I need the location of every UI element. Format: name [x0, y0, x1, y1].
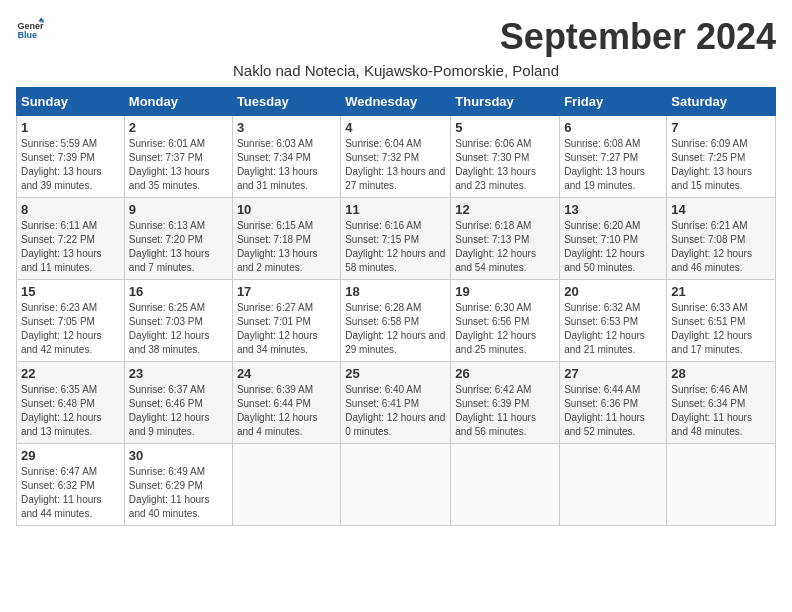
- day-info: Sunrise: 6:30 AM Sunset: 6:56 PM Dayligh…: [455, 301, 555, 357]
- day-info: Sunrise: 6:49 AM Sunset: 6:29 PM Dayligh…: [129, 465, 228, 521]
- day-info: Sunrise: 6:32 AM Sunset: 6:53 PM Dayligh…: [564, 301, 662, 357]
- day-number: 30: [129, 448, 228, 463]
- day-number: 12: [455, 202, 555, 217]
- day-info: Sunrise: 6:09 AM Sunset: 7:25 PM Dayligh…: [671, 137, 771, 193]
- day-info: Sunrise: 6:33 AM Sunset: 6:51 PM Dayligh…: [671, 301, 771, 357]
- day-header-saturday: Saturday: [667, 88, 776, 116]
- day-info: Sunrise: 6:01 AM Sunset: 7:37 PM Dayligh…: [129, 137, 228, 193]
- calendar-cell: 21Sunrise: 6:33 AM Sunset: 6:51 PM Dayli…: [667, 280, 776, 362]
- calendar-cell: 10Sunrise: 6:15 AM Sunset: 7:18 PM Dayli…: [232, 198, 340, 280]
- calendar-cell: 26Sunrise: 6:42 AM Sunset: 6:39 PM Dayli…: [451, 362, 560, 444]
- day-info: Sunrise: 6:11 AM Sunset: 7:22 PM Dayligh…: [21, 219, 120, 275]
- day-number: 21: [671, 284, 771, 299]
- day-info: Sunrise: 6:18 AM Sunset: 7:13 PM Dayligh…: [455, 219, 555, 275]
- day-info: Sunrise: 6:35 AM Sunset: 6:48 PM Dayligh…: [21, 383, 120, 439]
- svg-text:General: General: [17, 21, 44, 31]
- calendar-cell: 13Sunrise: 6:20 AM Sunset: 7:10 PM Dayli…: [560, 198, 667, 280]
- day-number: 27: [564, 366, 662, 381]
- calendar-cell: 25Sunrise: 6:40 AM Sunset: 6:41 PM Dayli…: [341, 362, 451, 444]
- logo: General Blue: [16, 16, 46, 44]
- day-info: Sunrise: 6:46 AM Sunset: 6:34 PM Dayligh…: [671, 383, 771, 439]
- day-info: Sunrise: 6:13 AM Sunset: 7:20 PM Dayligh…: [129, 219, 228, 275]
- calendar-cell: 18Sunrise: 6:28 AM Sunset: 6:58 PM Dayli…: [341, 280, 451, 362]
- day-info: Sunrise: 6:23 AM Sunset: 7:05 PM Dayligh…: [21, 301, 120, 357]
- day-info: Sunrise: 6:39 AM Sunset: 6:44 PM Dayligh…: [237, 383, 336, 439]
- calendar-cell: [560, 444, 667, 526]
- calendar-cell: 22Sunrise: 6:35 AM Sunset: 6:48 PM Dayli…: [17, 362, 125, 444]
- day-number: 26: [455, 366, 555, 381]
- day-number: 23: [129, 366, 228, 381]
- week-row-3: 15Sunrise: 6:23 AM Sunset: 7:05 PM Dayli…: [17, 280, 776, 362]
- calendar-cell: [667, 444, 776, 526]
- calendar-cell: 7Sunrise: 6:09 AM Sunset: 7:25 PM Daylig…: [667, 116, 776, 198]
- calendar-cell: 3Sunrise: 6:03 AM Sunset: 7:34 PM Daylig…: [232, 116, 340, 198]
- day-number: 20: [564, 284, 662, 299]
- calendar-cell: 6Sunrise: 6:08 AM Sunset: 7:27 PM Daylig…: [560, 116, 667, 198]
- calendar-cell: 4Sunrise: 6:04 AM Sunset: 7:32 PM Daylig…: [341, 116, 451, 198]
- month-title: September 2024: [500, 16, 776, 58]
- day-header-wednesday: Wednesday: [341, 88, 451, 116]
- day-header-tuesday: Tuesday: [232, 88, 340, 116]
- calendar-cell: 15Sunrise: 6:23 AM Sunset: 7:05 PM Dayli…: [17, 280, 125, 362]
- calendar-cell: 17Sunrise: 6:27 AM Sunset: 7:01 PM Dayli…: [232, 280, 340, 362]
- day-info: Sunrise: 6:47 AM Sunset: 6:32 PM Dayligh…: [21, 465, 120, 521]
- calendar-cell: 29Sunrise: 6:47 AM Sunset: 6:32 PM Dayli…: [17, 444, 125, 526]
- day-info: Sunrise: 6:16 AM Sunset: 7:15 PM Dayligh…: [345, 219, 446, 275]
- day-number: 9: [129, 202, 228, 217]
- day-header-monday: Monday: [124, 88, 232, 116]
- day-number: 29: [21, 448, 120, 463]
- week-row-2: 8Sunrise: 6:11 AM Sunset: 7:22 PM Daylig…: [17, 198, 776, 280]
- calendar-cell: 28Sunrise: 6:46 AM Sunset: 6:34 PM Dayli…: [667, 362, 776, 444]
- day-number: 22: [21, 366, 120, 381]
- day-number: 17: [237, 284, 336, 299]
- day-number: 14: [671, 202, 771, 217]
- calendar-cell: 12Sunrise: 6:18 AM Sunset: 7:13 PM Dayli…: [451, 198, 560, 280]
- days-header-row: SundayMondayTuesdayWednesdayThursdayFrid…: [17, 88, 776, 116]
- day-number: 28: [671, 366, 771, 381]
- day-number: 5: [455, 120, 555, 135]
- day-info: Sunrise: 6:42 AM Sunset: 6:39 PM Dayligh…: [455, 383, 555, 439]
- week-row-4: 22Sunrise: 6:35 AM Sunset: 6:48 PM Dayli…: [17, 362, 776, 444]
- day-info: Sunrise: 6:03 AM Sunset: 7:34 PM Dayligh…: [237, 137, 336, 193]
- calendar-cell: 30Sunrise: 6:49 AM Sunset: 6:29 PM Dayli…: [124, 444, 232, 526]
- day-info: Sunrise: 6:08 AM Sunset: 7:27 PM Dayligh…: [564, 137, 662, 193]
- week-row-1: 1Sunrise: 5:59 AM Sunset: 7:39 PM Daylig…: [17, 116, 776, 198]
- calendar-cell: 16Sunrise: 6:25 AM Sunset: 7:03 PM Dayli…: [124, 280, 232, 362]
- calendar-cell: 11Sunrise: 6:16 AM Sunset: 7:15 PM Dayli…: [341, 198, 451, 280]
- day-number: 25: [345, 366, 446, 381]
- calendar-cell: 20Sunrise: 6:32 AM Sunset: 6:53 PM Dayli…: [560, 280, 667, 362]
- day-number: 16: [129, 284, 228, 299]
- calendar-cell: 2Sunrise: 6:01 AM Sunset: 7:37 PM Daylig…: [124, 116, 232, 198]
- day-info: Sunrise: 6:25 AM Sunset: 7:03 PM Dayligh…: [129, 301, 228, 357]
- day-number: 7: [671, 120, 771, 135]
- calendar-cell: 9Sunrise: 6:13 AM Sunset: 7:20 PM Daylig…: [124, 198, 232, 280]
- day-info: Sunrise: 5:59 AM Sunset: 7:39 PM Dayligh…: [21, 137, 120, 193]
- day-header-thursday: Thursday: [451, 88, 560, 116]
- day-info: Sunrise: 6:44 AM Sunset: 6:36 PM Dayligh…: [564, 383, 662, 439]
- calendar-cell: 1Sunrise: 5:59 AM Sunset: 7:39 PM Daylig…: [17, 116, 125, 198]
- day-number: 13: [564, 202, 662, 217]
- week-row-5: 29Sunrise: 6:47 AM Sunset: 6:32 PM Dayli…: [17, 444, 776, 526]
- day-info: Sunrise: 6:37 AM Sunset: 6:46 PM Dayligh…: [129, 383, 228, 439]
- calendar-cell: [341, 444, 451, 526]
- day-number: 8: [21, 202, 120, 217]
- day-info: Sunrise: 6:06 AM Sunset: 7:30 PM Dayligh…: [455, 137, 555, 193]
- day-number: 6: [564, 120, 662, 135]
- calendar-cell: 23Sunrise: 6:37 AM Sunset: 6:46 PM Dayli…: [124, 362, 232, 444]
- day-number: 19: [455, 284, 555, 299]
- calendar-cell: 19Sunrise: 6:30 AM Sunset: 6:56 PM Dayli…: [451, 280, 560, 362]
- day-number: 15: [21, 284, 120, 299]
- calendar-cell: [451, 444, 560, 526]
- day-number: 4: [345, 120, 446, 135]
- day-number: 1: [21, 120, 120, 135]
- calendar-cell: 24Sunrise: 6:39 AM Sunset: 6:44 PM Dayli…: [232, 362, 340, 444]
- calendar-cell: 27Sunrise: 6:44 AM Sunset: 6:36 PM Dayli…: [560, 362, 667, 444]
- svg-text:Blue: Blue: [17, 30, 37, 40]
- subtitle: Naklo nad Notecia, Kujawsko-Pomorskie, P…: [16, 62, 776, 79]
- calendar-cell: 8Sunrise: 6:11 AM Sunset: 7:22 PM Daylig…: [17, 198, 125, 280]
- day-header-friday: Friday: [560, 88, 667, 116]
- day-info: Sunrise: 6:15 AM Sunset: 7:18 PM Dayligh…: [237, 219, 336, 275]
- day-info: Sunrise: 6:40 AM Sunset: 6:41 PM Dayligh…: [345, 383, 446, 439]
- day-number: 24: [237, 366, 336, 381]
- day-number: 11: [345, 202, 446, 217]
